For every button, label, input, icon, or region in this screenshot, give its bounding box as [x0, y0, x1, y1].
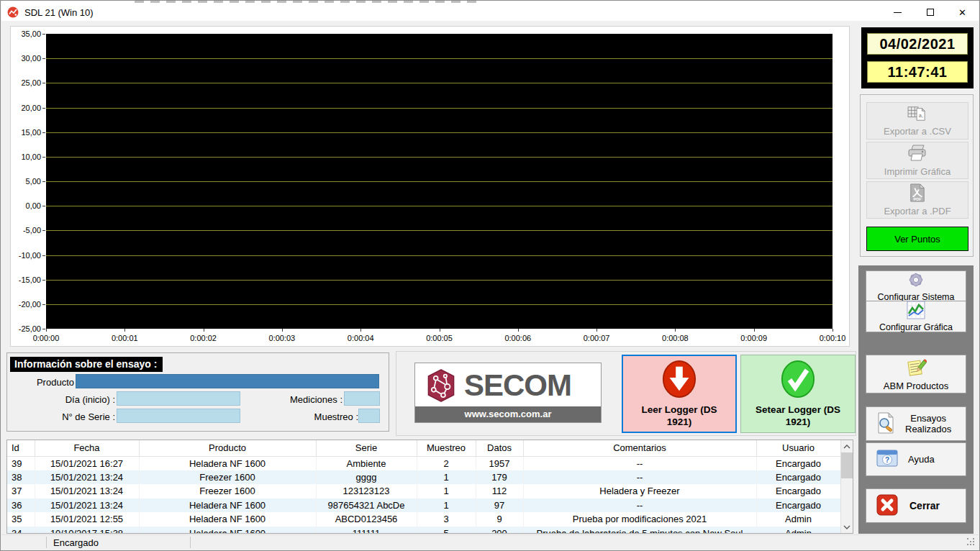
x-axis-tick-label: 0:00:00 — [33, 334, 60, 342]
cell-producto: Heladera NF 1600 — [139, 456, 316, 470]
cell-id: 36 — [7, 498, 35, 513]
mediciones-label: Mediciones : — [290, 394, 342, 405]
muestreo-label: Muestreo : — [314, 411, 358, 422]
background-window-text-fragment — [135, 1, 480, 3]
table-row[interactable]: 35 15/01/2021 12:55 Heladera NF 1600 ABC… — [7, 512, 840, 527]
cell-producto: Heladera NF 1600 — [139, 498, 316, 513]
table-column-header[interactable]: Muestreo — [417, 440, 476, 456]
gridline — [46, 255, 832, 256]
cell-usuario: Encargado — [756, 470, 840, 485]
cell-datos: 97 — [476, 498, 523, 513]
x-axis-tick-label: 0:00:07 — [584, 334, 610, 342]
ensayos-realizados-button[interactable]: Ensayos Realizados — [866, 406, 966, 441]
gridline — [46, 58, 832, 59]
info-panel-header: Información sobre el ensayo : — [10, 357, 163, 372]
y-axis-tick-label: -20,00 — [19, 300, 41, 309]
y-tick-mark — [42, 230, 45, 231]
export-pdf-label: Exportar a .PDF — [884, 206, 950, 217]
cell-producto: Freezer 1600 — [139, 470, 316, 485]
cell-muestreo: 1 — [417, 484, 476, 498]
secom-logo: SECOM — [415, 363, 601, 408]
gridline — [46, 304, 832, 305]
numero-serie-field[interactable] — [117, 409, 240, 423]
scroll-up-button[interactable] — [841, 440, 853, 452]
x-axis-tick-label: 0:00:06 — [504, 334, 531, 342]
scroll-down-button[interactable] — [841, 521, 853, 533]
muestreo-field[interactable] — [358, 409, 380, 423]
x-tick-mark — [832, 329, 833, 332]
gridline — [46, 132, 832, 133]
titlebar: SDL 21 (Win 10) ✕ — [1, 4, 979, 21]
cell-serie: 987654321 AbcDe — [316, 498, 417, 513]
scroll-down-icon — [843, 525, 850, 529]
table-column-header[interactable]: Comentarios — [523, 440, 756, 456]
leer-logger-button[interactable]: Leer Logger (DS 1921) — [622, 355, 737, 433]
cell-datos: 179 — [476, 470, 523, 485]
cell-comentarios: -- — [523, 498, 756, 513]
table-column-header[interactable]: Usuario — [756, 440, 840, 456]
abm-productos-button[interactable]: ABM Productos — [866, 355, 966, 393]
resize-grip[interactable] — [967, 538, 976, 547]
table-column-header[interactable]: Id — [7, 440, 35, 456]
ayuda-label: Ayuda — [908, 454, 935, 465]
ayuda-button[interactable]: ? Ayuda — [866, 442, 966, 476]
setear-logger-button[interactable]: Setear Logger (DS 1921) — [740, 355, 856, 433]
y-tick-mark — [42, 181, 45, 182]
mediciones-field[interactable] — [344, 391, 380, 406]
export-pdf-button[interactable]: PDF Exportar a .PDF — [866, 181, 968, 219]
leer-logger-label: Leer Logger (DS 1921) — [641, 404, 717, 429]
table-row[interactable]: 39 15/01/2021 16:27 Heladera NF 1600 Amb… — [7, 456, 840, 470]
cell-comentarios: Heladera y Freezer — [523, 484, 756, 498]
gridline — [46, 280, 832, 281]
cell-fecha: 15/01/2021 12:55 — [35, 512, 139, 527]
document-search-icon — [875, 412, 897, 436]
dia-inicio-field[interactable] — [117, 391, 240, 406]
gridline — [46, 206, 832, 206]
close-icon: ✕ — [958, 8, 966, 17]
cell-muestreo: 1 — [417, 470, 476, 485]
x-axis-tick-label: 0:00:01 — [112, 334, 138, 342]
printer-icon — [907, 144, 928, 165]
table-row[interactable]: 36 15/01/2021 13:24 Heladera NF 1600 987… — [7, 498, 840, 513]
configurar-grafica-button[interactable]: Configurar Gráfica — [866, 301, 966, 332]
table-column-header[interactable]: Serie — [316, 440, 417, 456]
scroll-up-icon — [843, 445, 850, 449]
table-column-header[interactable]: Datos — [476, 440, 523, 456]
cell-comentarios: -- — [523, 456, 756, 470]
scrollbar-thumb[interactable] — [841, 452, 853, 478]
table-column-header[interactable]: Producto — [139, 440, 316, 456]
pdf-file-icon: PDF — [909, 183, 926, 204]
producto-field[interactable] — [76, 374, 379, 388]
minimize-button[interactable] — [881, 4, 914, 21]
table-row[interactable]: 37 15/01/2021 13:24 Freezer 1600 1231231… — [7, 484, 840, 498]
maximize-button[interactable] — [914, 4, 946, 21]
table-row[interactable]: 38 15/01/2021 13:24 Freezer 1600 gggg 1 … — [7, 470, 840, 485]
secom-brand-box: SECOM www.secom.com.ar — [414, 363, 602, 423]
gear-icon — [907, 270, 925, 291]
print-chart-button[interactable]: Imprimir Gráfica — [866, 142, 968, 179]
abm-productos-label: ABM Productos — [884, 381, 948, 391]
table-row[interactable]: 34 10/10/2017 15:38 Heladera NF 1600 111… — [7, 527, 840, 534]
y-tick-mark — [42, 206, 45, 206]
table-scrollbar[interactable] — [840, 440, 853, 533]
cell-serie: 111111 — [316, 527, 417, 534]
x-axis-tick-label: 0:00:02 — [190, 334, 217, 342]
x-axis-tick-label: 0:00:03 — [269, 334, 296, 342]
chart-y-axis-labels: 35,0030,0025,0020,0015,0010,005,000,00-5… — [11, 34, 41, 329]
configurar-grafica-label: Configurar Gráfica — [879, 322, 953, 332]
cell-datos: 1957 — [476, 456, 523, 470]
configurar-sistema-button[interactable]: Configurar Sistema — [866, 270, 966, 301]
y-tick-mark — [42, 329, 45, 329]
close-button[interactable]: ✕ — [946, 4, 979, 21]
ver-puntos-button[interactable]: Ver Puntos — [866, 227, 968, 251]
y-tick-mark — [42, 304, 45, 305]
side-menu-panel: Configurar Sistema Configurar Gráfica — [858, 265, 974, 534]
ensayos-realizados-label: Ensayos Realizados — [905, 413, 951, 434]
x-tick-mark — [46, 329, 47, 332]
numero-serie-label: N° de Serie : — [62, 411, 115, 422]
table-column-header[interactable]: Fecha — [35, 440, 139, 456]
x-tick-mark — [754, 329, 755, 332]
cell-usuario: Admin — [756, 512, 840, 527]
cerrar-button[interactable]: Cerrar — [866, 488, 966, 523]
export-csv-button[interactable]: a, Exportar a .CSV — [866, 102, 968, 140]
